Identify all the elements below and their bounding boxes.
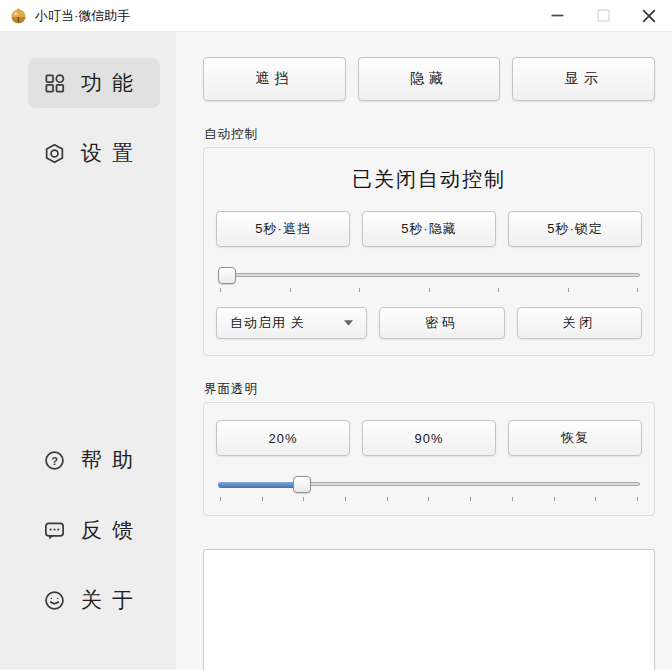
delay-slider-ticks [220,288,638,292]
window-body: 功能 设置 ? 帮助 [0,32,672,669]
close-button[interactable] [626,0,672,31]
smiley-icon [43,589,66,612]
opacity-restore-button[interactable]: 恢复 [508,420,642,456]
delay-slider[interactable] [218,267,640,285]
transparency-preset-row: 20% 90% 恢复 [216,420,642,456]
transparency-section-label: 界面透明 [204,381,655,398]
cover-button[interactable]: 遮挡 [203,57,346,101]
auto-control-groupbox: 已关闭自动控制 5秒·遮挡 5秒·隐藏 5秒·锁定 自动启用 关 [203,147,655,356]
timer-lock-button[interactable]: 5秒·锁定 [508,211,642,247]
hide-button[interactable]: 隐藏 [358,57,501,101]
auto-control-status: 已关闭自动控制 [216,166,642,193]
chevron-down-icon [344,320,353,326]
window-controls [534,0,672,31]
auto-control-section-label: 自动控制 [204,126,655,143]
app-bell-icon [10,7,27,24]
sidebar-item-label: 设置 [81,139,143,167]
opacity-20-button[interactable]: 20% [216,420,350,456]
sidebar-item-label: 功能 [81,69,143,97]
auto-enable-dropdown[interactable]: 自动启用 关 [216,307,367,339]
opacity-slider-fill [218,482,302,488]
question-circle-icon: ? [43,449,66,472]
auto-control-buttons-row: 自动启用 关 密码 关闭 [216,307,642,339]
sidebar-item-label: 帮助 [81,446,143,474]
timer-hide-button[interactable]: 5秒·隐藏 [362,211,496,247]
auto-close-button[interactable]: 关闭 [517,307,642,339]
opacity-90-button[interactable]: 90% [362,420,496,456]
transparency-groupbox: 20% 90% 恢复 [203,402,655,516]
comment-dots-icon [43,519,66,542]
sidebar-item-label: 反馈 [81,516,143,544]
window-title: 小叮当·微信助手 [35,7,130,25]
show-button[interactable]: 显示 [512,57,655,101]
delay-slider-track[interactable] [218,273,640,277]
sidebar-item-label: 关于 [81,586,143,614]
sidebar-item-feedback[interactable]: 反馈 [28,505,160,555]
sidebar: 功能 设置 ? 帮助 [0,32,176,669]
minimize-button[interactable] [534,0,580,31]
grid-icon [43,72,66,95]
top-action-row: 遮挡 隐藏 显示 [203,57,655,101]
delay-slider-handle[interactable] [218,267,236,284]
sidebar-spacer [0,198,176,435]
svg-text:?: ? [51,454,58,466]
password-button[interactable]: 密码 [379,307,504,339]
timer-button-row: 5秒·遮挡 5秒·隐藏 5秒·锁定 [216,211,642,247]
opacity-slider-ticks [220,497,638,501]
titlebar: 小叮当·微信助手 [0,0,672,32]
log-textarea[interactable] [203,549,655,670]
main-panel: 遮挡 隐藏 显示 自动控制 已关闭自动控制 5秒·遮挡 5秒·隐藏 5秒·锁定 … [176,32,672,669]
sidebar-item-settings[interactable]: 设置 [28,128,160,178]
sidebar-item-functions[interactable]: 功能 [28,58,160,108]
auto-enable-dropdown-value: 自动启用 关 [230,314,305,332]
opacity-slider-handle[interactable] [293,476,311,493]
timer-cover-button[interactable]: 5秒·遮挡 [216,211,350,247]
gear-icon [43,142,66,165]
opacity-slider[interactable] [218,476,640,494]
sidebar-item-help[interactable]: ? 帮助 [28,435,160,485]
maximize-button[interactable] [580,0,626,31]
sidebar-item-about[interactable]: 关于 [28,575,160,625]
